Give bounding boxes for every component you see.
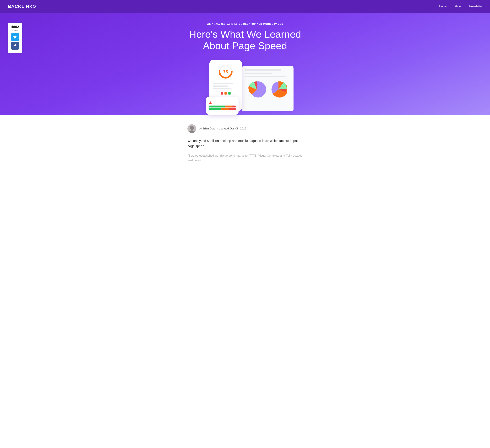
intro-text: We analyzed 5 million desktop and mobile… <box>187 138 303 149</box>
logo[interactable]: BACKLINK <box>8 4 36 9</box>
faded-text: First, we established worldwide benchmar… <box>187 153 303 163</box>
twitter-icon <box>13 35 17 39</box>
pie-chart-1 <box>248 81 266 98</box>
svg-point-2 <box>190 126 194 130</box>
hero-illustration: 78 <box>10 60 480 115</box>
dash-charts <box>245 81 290 98</box>
pie-chart-2 <box>270 81 287 98</box>
nav-home[interactable]: Home <box>439 5 446 8</box>
donut-value: 78 <box>223 69 228 74</box>
facebook-icon <box>13 44 17 48</box>
dot-green <box>228 92 231 95</box>
dashboard-card <box>242 66 294 111</box>
hero-title: Here's What We Learned About Page Speed <box>188 28 302 52</box>
nav-newsletter[interactable]: Newsletter <box>469 5 482 8</box>
speed-bar-2 <box>209 108 236 110</box>
twitter-share-button[interactable] <box>11 33 19 41</box>
dot-orange <box>225 92 227 95</box>
share-widget: 4002 shares <box>8 23 22 53</box>
dot-red <box>221 92 223 95</box>
speed-icon <box>209 101 212 104</box>
nav-links: Home About Newsletter <box>439 5 482 8</box>
author-meta: by Brian Dean · Updated Oct. 08, 2019 <box>199 127 246 130</box>
dash-line-1 <box>245 69 281 71</box>
speed-card <box>206 97 238 115</box>
share-label: shares <box>11 29 19 31</box>
hero-section: 4002 shares WE ANALYZED 5.2 MILLION DESK… <box>0 13 490 115</box>
hero-eyebrow: WE ANALYZED 5.2 MILLION DESKTOP AND MOBI… <box>10 23 480 25</box>
svg-point-3 <box>189 130 195 133</box>
card-lines <box>213 83 238 91</box>
logo-text: BACKLINK <box>8 4 33 9</box>
speed-bar-1 <box>209 105 236 107</box>
dash-line-3 <box>245 76 286 77</box>
logo-o <box>33 5 36 8</box>
navbar: BACKLINK Home About Newsletter <box>0 0 490 13</box>
author-avatar <box>187 124 196 133</box>
nav-about[interactable]: About <box>454 5 461 8</box>
author-row: by Brian Dean · Updated Oct. 08, 2019 <box>187 124 303 133</box>
card-dots <box>221 92 231 95</box>
dash-line-2 <box>245 73 272 74</box>
avatar-svg <box>187 124 196 133</box>
donut-chart: 78 <box>218 63 234 80</box>
share-count: 4002 <box>11 25 19 29</box>
content-area: by Brian Dean · Updated Oct. 08, 2019 We… <box>184 115 306 169</box>
facebook-share-button[interactable] <box>11 42 19 50</box>
